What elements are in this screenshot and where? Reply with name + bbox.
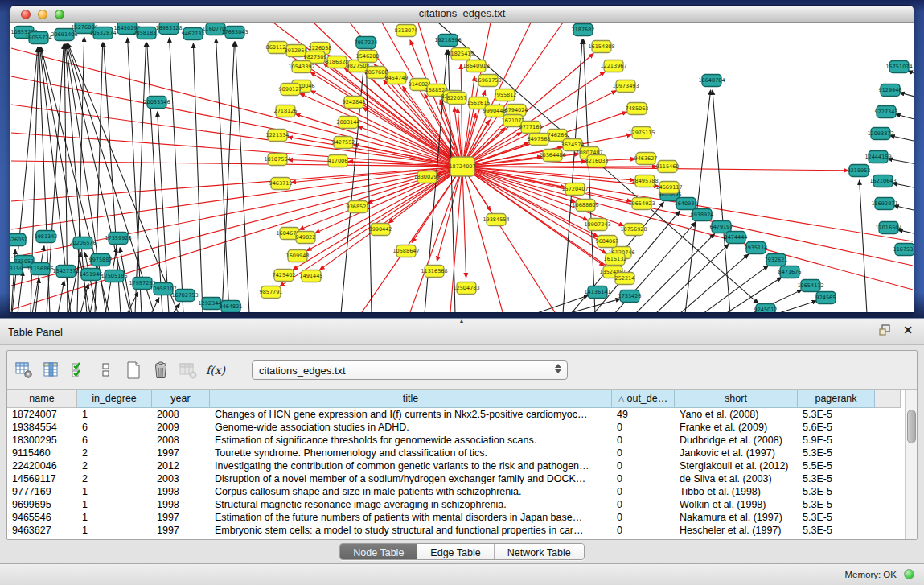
graph-node[interactable]: 9463627 [634, 153, 658, 165]
citation-network-graph[interactable]: 1085328719055724206914061527609610532874… [10, 23, 914, 313]
table-cell[interactable]: 0 [612, 524, 675, 537]
column-header-out_de[interactable]: △out_de… [612, 390, 675, 408]
table-cell[interactable]: 5.3E-5 [798, 498, 875, 511]
graph-node[interactable]: 16648784 [698, 75, 725, 87]
table-cell[interactable]: 5.9E-5 [798, 434, 875, 447]
graph-node[interactable]: 9215953 [848, 165, 871, 177]
table-cell[interactable]: 1998 [152, 485, 210, 498]
table-cell[interactable]: 5.3E-5 [798, 485, 875, 498]
graph-node[interactable]: 18724007 [449, 157, 475, 176]
table-cell[interactable]: Disruption of a novel member of a sodium… [210, 472, 612, 485]
table-cell[interactable]: 1997 [152, 511, 210, 524]
graph-node[interactable]: 20206576 [69, 237, 96, 249]
tab-node-table[interactable]: Node Table [340, 544, 417, 560]
graph-node[interactable]: 11156866 [27, 263, 53, 275]
table-cell[interactable]: 2012 [152, 459, 210, 472]
table-cell[interactable]: 9115460 [7, 447, 77, 459]
table-cell[interactable]: Investigating the contribution of common… [210, 459, 612, 472]
graph-node[interactable]: 10973493 [612, 80, 639, 93]
table-cell[interactable]: 1 [77, 511, 152, 524]
graph-node[interactable]: 10756928 [620, 224, 647, 236]
graph-node[interactable]: 16210643 [869, 175, 896, 187]
graph-node[interactable]: 16154808 [588, 41, 614, 53]
graph-node[interactable]: 1640934 [675, 198, 698, 210]
table-cell[interactable]: Stergiakouli et al. (2012) [675, 459, 798, 472]
minimize-window-button[interactable] [38, 10, 47, 19]
table-cell[interactable]: 5.6E-5 [798, 421, 875, 434]
graph-node[interactable]: 7485063 [626, 103, 649, 115]
table-cell[interactable]: 0 [612, 511, 675, 524]
network-view-window[interactable]: citations_edges.txt 10853287190557242069… [10, 5, 914, 313]
graph-node[interactable]: 9129946 [879, 84, 902, 97]
table-cell[interactable]: 5.3E-5 [798, 472, 875, 485]
graph-node[interactable]: 11825419 [447, 48, 474, 60]
table-cell[interactable]: 0 [612, 472, 675, 485]
graph-node[interactable]: 19218596 [434, 35, 461, 47]
graph-node[interactable]: 9245012 [754, 304, 778, 314]
column-header-pagerank[interactable]: pagerank [798, 390, 875, 408]
table-cell[interactable]: de Silva et al. (2003) [675, 472, 798, 485]
graph-node[interactable]: 9242848 [343, 97, 366, 109]
table-cell[interactable]: Corpus callosum shape and size in male p… [210, 485, 612, 498]
graph-node[interactable]: 1733426 [618, 290, 642, 303]
table-cell[interactable]: 5.3E-5 [798, 408, 875, 421]
graph-node[interactable]: 20053346 [143, 97, 170, 109]
delete-table-icon[interactable] [152, 361, 170, 379]
graph-node[interactable]: 1167533 [893, 244, 914, 256]
graph-node[interactable]: 417006 [328, 155, 348, 167]
table-cell[interactable]: 18724007 [7, 408, 77, 421]
table-selector-dropdown[interactable]: citations_edges.txt [252, 360, 568, 380]
table-cell[interactable]: 0 [612, 434, 675, 447]
table-cell[interactable]: Estimation of significance thresholds fo… [210, 434, 612, 447]
graph-node[interactable]: 11316568 [421, 266, 447, 278]
table-cell[interactable]: Estimation of the future numbers of pati… [210, 511, 612, 524]
graph-node[interactable]: 8990442 [369, 224, 392, 236]
scrollbar-thumb[interactable] [907, 410, 916, 443]
table-cell[interactable]: 9463627 [7, 524, 77, 537]
table-cell[interactable]: Embryonic stem cells: a model to study s… [210, 524, 612, 537]
graph-node[interactable]: 17359928 [105, 233, 131, 245]
graph-node[interactable]: 15692971 [871, 198, 897, 210]
table-cell[interactable]: Yano et al. (2008) [675, 408, 798, 421]
table-cell[interactable]: 1 [77, 524, 152, 537]
graph-node[interactable]: 10532874 [89, 27, 116, 39]
graph-node[interactable]: 1491445 [300, 270, 323, 282]
column-header-name[interactable]: name [7, 390, 77, 408]
close-window-button[interactable] [21, 10, 31, 19]
table-cell[interactable]: 0 [612, 459, 675, 472]
table-row[interactable]: 977716911998Corpus callosum shape and si… [7, 485, 917, 498]
graph-node[interactable]: 9777169 [519, 122, 543, 134]
graph-node[interactable]: 2626052 [10, 234, 27, 246]
graph-node[interactable]: 7955812 [494, 89, 517, 101]
table-cell[interactable]: 6 [77, 421, 152, 434]
graph-node[interactable]: 10543392 [288, 61, 314, 73]
table-cell[interactable]: 49 [612, 408, 675, 421]
graph-node[interactable]: 1221334 [266, 130, 290, 142]
graph-node[interactable]: 8471676 [778, 266, 802, 278]
graph-node[interactable]: 8313074 [395, 25, 418, 37]
graph-node[interactable]: 18640910 [462, 60, 489, 72]
graph-node[interactable]: 9684067 [596, 236, 619, 248]
graph-node[interactable]: 15751074 [885, 61, 912, 73]
graph-node[interactable]: 18107554 [264, 154, 290, 166]
table-cell[interactable]: 9777169 [7, 485, 77, 498]
graph-node[interactable]: 16782753 [171, 290, 198, 302]
table-row[interactable]: 969969511998Structural magnetic resonanc… [7, 498, 917, 511]
table-cell[interactable]: Hescheler et al. (1997) [675, 524, 798, 537]
graph-node[interactable]: 9115460 [656, 161, 680, 173]
graph-node[interactable]: 9990448 [483, 105, 507, 117]
table-row[interactable]: 1938455462009Genome-wide association stu… [7, 421, 917, 434]
table-cell[interactable]: 1 [77, 498, 152, 511]
graph-node[interactable]: 1615132 [604, 253, 627, 266]
graph-node[interactable]: 12213967 [600, 60, 626, 72]
graph-node[interactable]: 12504783 [453, 282, 479, 295]
graph-node[interactable]: 19055724 [25, 32, 51, 44]
select-rows-icon[interactable] [70, 361, 88, 379]
table-cell[interactable]: 2003 [152, 472, 210, 485]
table-row[interactable]: 1456911722003Disruption of a novel membe… [7, 472, 917, 485]
table-cell[interactable]: 18300295 [7, 434, 77, 447]
table-cell[interactable]: 5.3E-5 [798, 511, 875, 524]
table-vertical-scrollbar[interactable] [905, 390, 917, 540]
graph-node[interactable]: 822057 [447, 93, 467, 105]
table-cell[interactable]: 1998 [152, 498, 210, 511]
